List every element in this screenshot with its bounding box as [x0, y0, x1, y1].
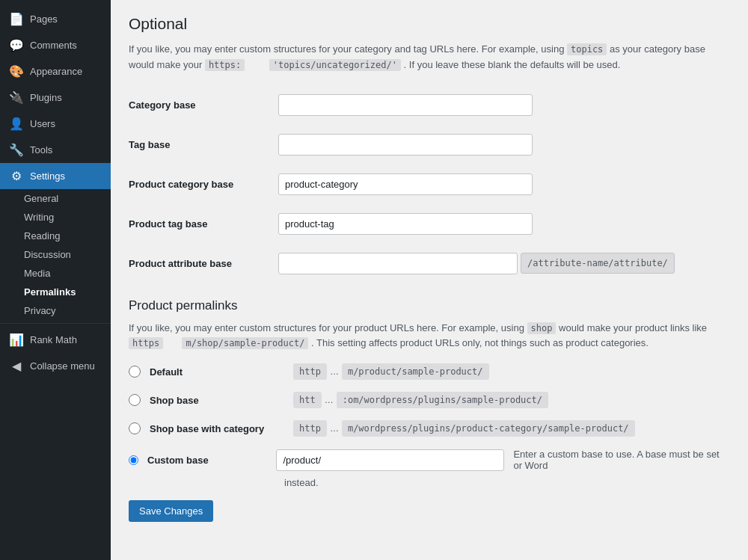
product-tag-base-input[interactable] [278, 213, 533, 235]
custom-base-hint: Enter a custom base to use. A base must … [513, 449, 730, 471]
optional-url-path: 'topics/uncategorized/' [269, 59, 401, 71]
radio-shop-base-label: Shop base [150, 395, 284, 406]
radio-default-input[interactable] [129, 366, 141, 378]
radio-shop-base-url: htt … :om/wordpress/plugins/sample-produ… [293, 392, 548, 408]
sidebar-item-plugins[interactable]: 🔌 Plugins [0, 84, 111, 111]
sidebar-item-label: Settings [30, 170, 65, 182]
sidebar-item-label: Comments [30, 40, 77, 51]
comments-icon: 💬 [9, 38, 24, 52]
radio-shop-base-category-input[interactable] [129, 422, 141, 434]
radio-default-url: http … m/product/sample-product/ [293, 363, 489, 380]
attribute-row: /attribute-name/attribute/ [278, 253, 730, 274]
product-code-example: shop [527, 322, 557, 334]
product-permalinks-description: If you like, you may enter custom struct… [129, 321, 730, 352]
product-category-base-label: Product category base [129, 164, 278, 204]
optional-fields-table: Category base Tag base Product category … [129, 85, 730, 283]
sidebar-item-tools[interactable]: 🔧 Tools [0, 137, 111, 163]
tools-icon: 🔧 [9, 143, 24, 157]
tag-base-input[interactable] [278, 134, 533, 156]
submenu-item-general[interactable]: General [0, 189, 111, 208]
sidebar-item-comments[interactable]: 💬 Comments [0, 32, 111, 58]
sidebar-divider [0, 323, 111, 324]
product-attribute-base-row: Product attribute base /attribute-name/a… [129, 244, 730, 283]
sidebar-item-rank-math[interactable]: 📊 Rank Math [0, 327, 111, 353]
sidebar-item-label: Tools [30, 144, 52, 156]
collapse-menu-button[interactable]: ◀ Collapse menu [0, 353, 111, 379]
radio-default-label: Default [150, 366, 284, 378]
category-base-row: Category base [129, 85, 730, 125]
url-ellipsis: … [327, 366, 342, 377]
radio-shop-base-input[interactable] [129, 394, 141, 406]
tag-base-label: Tag base [129, 125, 278, 164]
submenu-item-discussion[interactable]: Discussion [0, 245, 111, 264]
sidebar-item-settings[interactable]: ⚙ Settings [0, 163, 111, 189]
custom-base-hint2: instead. [284, 477, 730, 488]
submenu-item-media[interactable]: Media [0, 264, 111, 283]
category-base-input[interactable] [278, 94, 533, 116]
radio-shop-base-category: Shop base with category http … m/wordpre… [129, 420, 730, 437]
submenu-item-permalinks[interactable]: Permalinks [0, 283, 111, 301]
product-attribute-base-label: Product attribute base [129, 244, 278, 283]
url-part-left: http [293, 420, 327, 437]
settings-icon: ⚙ [9, 169, 24, 183]
sidebar-item-label: Users [30, 118, 55, 129]
submenu-item-privacy[interactable]: Privacy [0, 301, 111, 320]
sidebar-item-users[interactable]: 👤 Users [0, 111, 111, 137]
product-category-base-row: Product category base [129, 164, 730, 204]
sidebar-item-label: Plugins [30, 92, 62, 103]
settings-submenu: General Writing Reading Discussion Media… [0, 189, 111, 320]
url-part-right: m/wordpress/plugins/product-category/sam… [342, 420, 635, 437]
collapse-menu-label: Collapse menu [30, 360, 95, 372]
url-ellipsis: … [322, 395, 337, 405]
category-base-label: Category base [129, 85, 278, 125]
product-category-base-input[interactable] [278, 173, 533, 195]
optional-desc-text-3: . If you leave these blank the defaults … [404, 59, 621, 70]
submenu-item-writing[interactable]: Writing [0, 208, 111, 227]
product-url-prefix: https [129, 337, 163, 349]
attribute-suffix: /attribute-name/attribute/ [521, 253, 675, 274]
optional-description: If you like, you may enter custom struct… [129, 42, 730, 73]
sidebar-item-appearance[interactable]: 🎨 Appearance [0, 58, 111, 84]
rank-math-icon: 📊 [9, 333, 24, 347]
custom-base-input[interactable] [276, 449, 504, 471]
sidebar-item-label: Appearance [30, 66, 82, 77]
url-ellipsis: … [327, 423, 342, 434]
appearance-icon: 🎨 [9, 64, 24, 79]
radio-shop-base-category-url: http … m/wordpress/plugins/product-categ… [293, 420, 635, 437]
product-attribute-base-input[interactable] [278, 253, 518, 274]
plugins-icon: 🔌 [9, 90, 24, 105]
product-tag-base-label: Product tag base [129, 204, 278, 244]
optional-url-spacer [248, 59, 266, 70]
radio-shop-base: Shop base htt … :om/wordpress/plugins/sa… [129, 392, 730, 408]
url-part-right: :om/wordpress/plugins/sample-product/ [337, 392, 548, 408]
optional-desc-text-1: If you like, you may enter custom struct… [129, 43, 564, 55]
product-desc-2: would make your product links like [559, 322, 707, 333]
radio-custom-base-label: Custom base [147, 455, 267, 466]
url-part-left: htt [293, 392, 322, 408]
submenu-item-reading[interactable]: Reading [0, 227, 111, 245]
sidebar: 📄 Pages 💬 Comments 🎨 Appearance 🔌 Plugin… [0, 0, 111, 560]
main-content: Optional If you like, you may enter cust… [111, 0, 748, 560]
product-url-example: m/shop/sample-product/ [182, 337, 308, 349]
radio-shop-base-category-label: Shop base with category [150, 423, 284, 434]
rank-math-label: Rank Math [30, 334, 77, 345]
sidebar-item-pages[interactable]: 📄 Pages [0, 6, 111, 32]
optional-code-example: topics [567, 43, 607, 55]
radio-custom-base-input[interactable] [129, 455, 138, 465]
tag-base-row: Tag base [129, 125, 730, 164]
pages-icon: 📄 [9, 12, 24, 26]
product-tag-base-row: Product tag base [129, 204, 730, 244]
product-permalinks-title: Product permalinks [129, 298, 730, 313]
radio-custom-base: Custom base Enter a custom base to use. … [129, 449, 730, 471]
url-part-right: m/product/sample-product/ [342, 363, 489, 380]
radio-default: Default http … m/product/sample-product/ [129, 363, 730, 380]
product-desc-1: If you like, you may enter custom struct… [129, 322, 524, 333]
sidebar-item-label: Pages [30, 13, 58, 25]
collapse-icon: ◀ [9, 359, 24, 373]
optional-url-example: https: [205, 59, 245, 71]
product-url-spacer [166, 337, 180, 348]
users-icon: 👤 [9, 117, 24, 131]
optional-section-title: Optional [129, 15, 730, 33]
save-changes-button[interactable]: Save Changes [129, 500, 213, 522]
product-desc-3: . This setting affects product URLs only… [311, 337, 649, 348]
